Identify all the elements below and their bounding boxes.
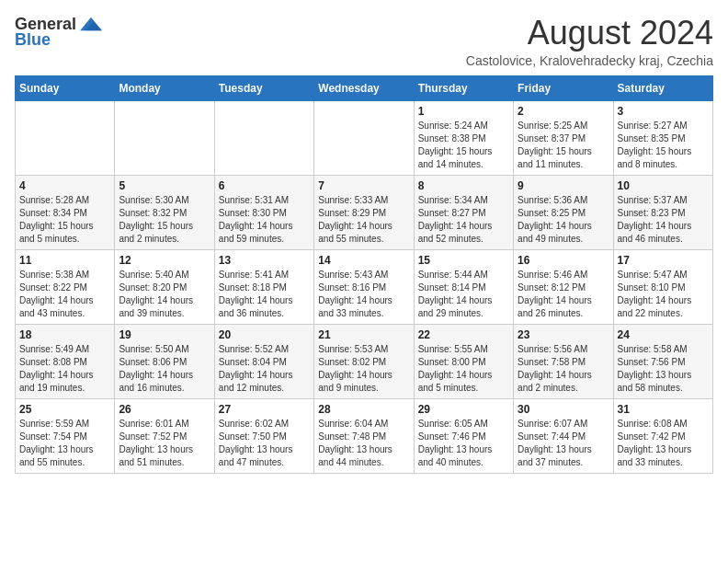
- day-info: Sunrise: 5:27 AMSunset: 8:35 PMDaylight:…: [618, 120, 709, 171]
- day-number: 6: [219, 179, 310, 192]
- day-number: 13: [219, 254, 310, 267]
- day-number: 26: [119, 403, 210, 416]
- calendar-cell: 9Sunrise: 5:36 AMSunset: 8:25 PMDaylight…: [514, 175, 613, 249]
- day-number: 2: [518, 105, 609, 118]
- day-info: Sunrise: 5:53 AMSunset: 8:02 PMDaylight:…: [318, 343, 409, 395]
- day-number: 17: [618, 254, 709, 267]
- calendar-cell: 23Sunrise: 5:56 AMSunset: 7:58 PMDayligh…: [514, 324, 613, 398]
- calendar-week-row: 18Sunrise: 5:49 AMSunset: 8:08 PMDayligh…: [16, 324, 713, 398]
- day-info: Sunrise: 5:55 AMSunset: 8:00 PMDaylight:…: [418, 343, 509, 395]
- day-number: 15: [418, 254, 509, 267]
- day-info: Sunrise: 6:08 AMSunset: 7:42 PMDaylight:…: [618, 418, 709, 469]
- calendar-header-row: SundayMondayTuesdayWednesdayThursdayFrid…: [16, 75, 713, 100]
- day-number: 9: [518, 179, 609, 192]
- calendar-cell: 15Sunrise: 5:44 AMSunset: 8:14 PMDayligh…: [414, 249, 513, 324]
- weekday-header: Thursday: [414, 75, 513, 100]
- calendar-cell: 7Sunrise: 5:33 AMSunset: 8:29 PMDaylight…: [314, 175, 414, 249]
- calendar-cell: 16Sunrise: 5:46 AMSunset: 8:12 PMDayligh…: [514, 249, 613, 324]
- day-info: Sunrise: 6:02 AMSunset: 7:50 PMDaylight:…: [219, 418, 310, 469]
- day-number: 28: [318, 403, 409, 416]
- page-header: General Blue August 2024 Castolovice, Kr…: [15, 15, 713, 68]
- calendar-cell: 19Sunrise: 5:50 AMSunset: 8:06 PMDayligh…: [115, 324, 214, 398]
- calendar-week-row: 25Sunrise: 5:59 AMSunset: 7:54 PMDayligh…: [16, 398, 713, 473]
- day-info: Sunrise: 5:25 AMSunset: 8:37 PMDaylight:…: [518, 120, 609, 171]
- day-info: Sunrise: 5:28 AMSunset: 8:34 PMDaylight:…: [19, 194, 110, 246]
- calendar-cell: 28Sunrise: 6:04 AMSunset: 7:48 PMDayligh…: [314, 398, 414, 473]
- day-info: Sunrise: 6:04 AMSunset: 7:48 PMDaylight:…: [318, 418, 409, 469]
- calendar-cell: 24Sunrise: 5:58 AMSunset: 7:56 PMDayligh…: [613, 324, 712, 398]
- day-info: Sunrise: 6:01 AMSunset: 7:52 PMDaylight:…: [119, 418, 210, 469]
- day-number: 29: [418, 403, 509, 416]
- day-number: 25: [19, 403, 110, 416]
- day-info: Sunrise: 5:30 AMSunset: 8:32 PMDaylight:…: [119, 194, 210, 246]
- day-info: Sunrise: 5:50 AMSunset: 8:06 PMDaylight:…: [119, 343, 210, 395]
- day-number: 11: [19, 254, 110, 267]
- weekday-header: Sunday: [16, 75, 115, 100]
- day-number: 3: [618, 105, 709, 118]
- day-number: 10: [618, 179, 709, 192]
- calendar-week-row: 1Sunrise: 5:24 AMSunset: 8:38 PMDaylight…: [16, 100, 713, 175]
- day-info: Sunrise: 5:36 AMSunset: 8:25 PMDaylight:…: [518, 194, 609, 246]
- day-info: Sunrise: 5:49 AMSunset: 8:08 PMDaylight:…: [19, 343, 110, 395]
- day-info: Sunrise: 5:41 AMSunset: 8:18 PMDaylight:…: [219, 269, 310, 320]
- day-number: 8: [418, 179, 509, 192]
- day-info: Sunrise: 5:24 AMSunset: 8:38 PMDaylight:…: [418, 120, 509, 171]
- day-number: 23: [518, 328, 609, 341]
- day-number: 16: [518, 254, 609, 267]
- day-number: 21: [318, 328, 409, 341]
- calendar-cell: [214, 100, 313, 175]
- day-info: Sunrise: 5:52 AMSunset: 8:04 PMDaylight:…: [219, 343, 310, 395]
- logo-blue-text: Blue: [15, 30, 51, 50]
- day-info: Sunrise: 5:37 AMSunset: 8:23 PMDaylight:…: [618, 194, 709, 246]
- day-info: Sunrise: 5:33 AMSunset: 8:29 PMDaylight:…: [318, 194, 409, 246]
- calendar-cell: 11Sunrise: 5:38 AMSunset: 8:22 PMDayligh…: [16, 249, 115, 324]
- calendar-cell: 5Sunrise: 5:30 AMSunset: 8:32 PMDaylight…: [115, 175, 214, 249]
- calendar-cell: 21Sunrise: 5:53 AMSunset: 8:02 PMDayligh…: [314, 324, 414, 398]
- calendar-cell: 14Sunrise: 5:43 AMSunset: 8:16 PMDayligh…: [314, 249, 414, 324]
- day-number: 5: [119, 179, 210, 192]
- calendar-cell: 17Sunrise: 5:47 AMSunset: 8:10 PMDayligh…: [613, 249, 712, 324]
- day-info: Sunrise: 5:38 AMSunset: 8:22 PMDaylight:…: [19, 269, 110, 320]
- day-number: 22: [418, 328, 509, 341]
- calendar-cell: 6Sunrise: 5:31 AMSunset: 8:30 PMDaylight…: [214, 175, 313, 249]
- calendar-cell: 10Sunrise: 5:37 AMSunset: 8:23 PMDayligh…: [613, 175, 712, 249]
- calendar-cell: 13Sunrise: 5:41 AMSunset: 8:18 PMDayligh…: [214, 249, 313, 324]
- day-info: Sunrise: 5:46 AMSunset: 8:12 PMDaylight:…: [518, 269, 609, 320]
- weekday-header: Friday: [514, 75, 613, 100]
- calendar-cell: 18Sunrise: 5:49 AMSunset: 8:08 PMDayligh…: [16, 324, 115, 398]
- weekday-header: Tuesday: [214, 75, 313, 100]
- calendar-table: SundayMondayTuesdayWednesdayThursdayFrid…: [15, 75, 713, 474]
- calendar-cell: 29Sunrise: 6:05 AMSunset: 7:46 PMDayligh…: [414, 398, 513, 473]
- day-number: 14: [318, 254, 409, 267]
- calendar-week-row: 4Sunrise: 5:28 AMSunset: 8:34 PMDaylight…: [16, 175, 713, 249]
- day-info: Sunrise: 5:47 AMSunset: 8:10 PMDaylight:…: [618, 269, 709, 320]
- day-info: Sunrise: 6:05 AMSunset: 7:46 PMDaylight:…: [418, 418, 509, 469]
- day-info: Sunrise: 5:44 AMSunset: 8:14 PMDaylight:…: [418, 269, 509, 320]
- day-number: 1: [418, 105, 509, 118]
- day-info: Sunrise: 5:43 AMSunset: 8:16 PMDaylight:…: [318, 269, 409, 320]
- calendar-cell: 26Sunrise: 6:01 AMSunset: 7:52 PMDayligh…: [115, 398, 214, 473]
- month-title: August 2024: [466, 15, 713, 52]
- weekday-header: Saturday: [613, 75, 712, 100]
- title-area: August 2024 Castolovice, Kralovehradecky…: [466, 15, 713, 68]
- day-info: Sunrise: 5:31 AMSunset: 8:30 PMDaylight:…: [219, 194, 310, 246]
- calendar-cell: 30Sunrise: 6:07 AMSunset: 7:44 PMDayligh…: [514, 398, 613, 473]
- calendar-cell: 25Sunrise: 5:59 AMSunset: 7:54 PMDayligh…: [16, 398, 115, 473]
- day-number: 30: [518, 403, 609, 416]
- day-info: Sunrise: 5:40 AMSunset: 8:20 PMDaylight:…: [119, 269, 210, 320]
- day-number: 7: [318, 179, 409, 192]
- calendar-cell: 27Sunrise: 6:02 AMSunset: 7:50 PMDayligh…: [214, 398, 313, 473]
- location-title: Castolovice, Kralovehradecky kraj, Czech…: [466, 53, 713, 68]
- calendar-cell: 20Sunrise: 5:52 AMSunset: 8:04 PMDayligh…: [214, 324, 313, 398]
- calendar-week-row: 11Sunrise: 5:38 AMSunset: 8:22 PMDayligh…: [16, 249, 713, 324]
- calendar-cell: 8Sunrise: 5:34 AMSunset: 8:27 PMDaylight…: [414, 175, 513, 249]
- calendar-cell: 12Sunrise: 5:40 AMSunset: 8:20 PMDayligh…: [115, 249, 214, 324]
- day-number: 31: [618, 403, 709, 416]
- day-info: Sunrise: 6:07 AMSunset: 7:44 PMDaylight:…: [518, 418, 609, 469]
- calendar-cell: 31Sunrise: 6:08 AMSunset: 7:42 PMDayligh…: [613, 398, 712, 473]
- calendar-cell: 2Sunrise: 5:25 AMSunset: 8:37 PMDaylight…: [514, 100, 613, 175]
- day-number: 12: [119, 254, 210, 267]
- calendar-cell: 22Sunrise: 5:55 AMSunset: 8:00 PMDayligh…: [414, 324, 513, 398]
- calendar-cell: 3Sunrise: 5:27 AMSunset: 8:35 PMDaylight…: [613, 100, 712, 175]
- day-info: Sunrise: 5:34 AMSunset: 8:27 PMDaylight:…: [418, 194, 509, 246]
